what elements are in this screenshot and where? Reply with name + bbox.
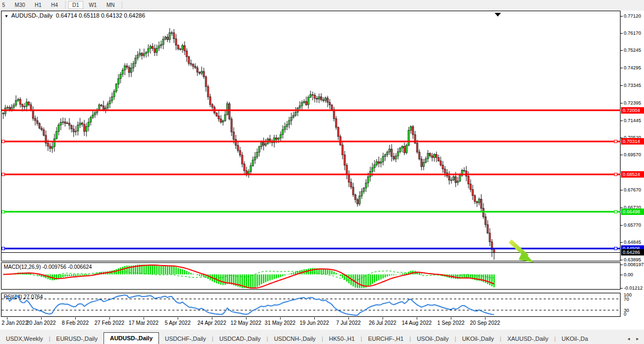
date-axis-tickmark — [348, 317, 349, 319]
tab-usdchf-daily[interactable]: USDCHF-,Daily — [159, 333, 212, 344]
date-axis-tickmark — [314, 317, 315, 319]
rsi-axis-label: 70 — [624, 297, 629, 302]
timeframe-button-5[interactable]: 5 — [1, 1, 10, 9]
chart-symbol-label: AUDUSD-,Daily — [11, 12, 53, 19]
timeframe-button-w1[interactable]: W1 — [84, 1, 101, 9]
price-axis-tick-label: 0.69570 — [624, 152, 641, 157]
date-axis-label[interactable]: 27 Feb 2022 — [94, 320, 124, 326]
timeframe-button-d1[interactable]: D1 — [68, 1, 84, 9]
rsi-pane[interactable] — [1, 293, 621, 317]
price-axis-tick-label: 0.76170 — [624, 30, 641, 36]
tab-ukoil-daily[interactable]: UKOil-,Daily — [456, 333, 500, 344]
date-axis-label[interactable]: 5 Apr 2022 — [165, 320, 190, 326]
level-price-tag: 0.66498 — [621, 209, 644, 215]
tab-usdx-weekly[interactable]: USDX,Weekly — [0, 333, 49, 344]
price-axis-tickmark — [621, 225, 623, 226]
price-axis-tick-label: 0.72395 — [624, 100, 641, 106]
date-axis-tickmark — [41, 317, 42, 319]
timeframe-button-m30[interactable]: M30 — [11, 1, 29, 9]
tab-usdcnh-daily[interactable]: USDCNH-,Daily — [268, 333, 321, 344]
current-bid-price-tag: 0.64286 — [621, 249, 644, 255]
macd-pane[interactable] — [1, 262, 621, 290]
macd-axis-tickmark — [621, 288, 623, 289]
rsi-indicator-label: RSI(14) 27.0764 — [4, 294, 43, 300]
date-axis-tickmark — [212, 317, 212, 319]
date-axis-label[interactable]: 8 Feb 2022 — [62, 320, 89, 326]
tab-eurusd-daily[interactable]: EURUSD-,Daily — [50, 333, 104, 344]
level-price-tag: 0.68524 — [621, 171, 644, 178]
tabs-scroll-right-icon[interactable]: ▸ — [633, 336, 642, 341]
toolbar-separator — [65, 1, 66, 9]
date-axis-tickmark — [383, 317, 383, 319]
date-axis-tickmark — [280, 317, 281, 319]
price-axis-tick-label: 0.67670 — [624, 187, 641, 193]
tab-usdcad-daily[interactable]: USDCAD-,Daily — [213, 333, 267, 344]
toolbar-separator — [122, 1, 122, 9]
timeframe-button-h4[interactable]: H4 — [47, 1, 62, 9]
chart-tab-bar: USDX,Weekly|EURUSD-,DailyAUDUSD-,DailyUS… — [0, 330, 644, 344]
chevron-down-icon[interactable]: ▼ — [4, 14, 9, 19]
price-axis-tick-label: 0.75245 — [624, 47, 641, 53]
price-axis-tick-label: 0.74295 — [624, 65, 641, 70]
date-axis-tickmark — [75, 317, 76, 319]
level-price-tag: 0.72004 — [621, 107, 644, 114]
price-axis-tickmark — [621, 103, 623, 103]
date-axis-tickmark — [485, 317, 486, 319]
timeframe-button-h1[interactable]: H1 — [30, 1, 46, 9]
date-axis-tickmark — [246, 317, 247, 319]
main-chart-pane[interactable] — [1, 11, 621, 261]
date-axis-label[interactable]: 26 Jul 2022 — [369, 320, 396, 326]
price-axis-tickmark — [621, 16, 623, 17]
date-axis-label[interactable]: 14 Aug 2022 — [402, 320, 432, 326]
date-axis-tickmark — [451, 317, 451, 319]
date-axis-tickmark — [417, 317, 417, 319]
date-axis-tickmark — [7, 317, 7, 319]
date-axis-tickmark — [144, 317, 144, 319]
date-axis-label[interactable]: 2 Jan 2022 — [2, 320, 28, 326]
level-price-tag: 0.70314 — [621, 138, 644, 145]
price-axis-tickmark — [621, 260, 623, 260]
price-axis-tickmark — [621, 68, 623, 68]
price-axis-tick-label: 0.71445 — [624, 118, 641, 123]
price-axis-tickmark — [621, 121, 623, 121]
macd-axis-label: 0.008197 — [624, 262, 644, 267]
tabs-scroll-left-icon[interactable]: ◂ — [624, 336, 633, 341]
tab-ukoil-da[interactable]: UKOil-,Da — [556, 333, 594, 344]
price-axis-tick-label: 0.73345 — [624, 83, 641, 88]
macd-indicator-label: MACD(12,26,9) -0.009756 -0.006624 — [4, 264, 92, 270]
macd-axis-label: -0.01212 — [624, 285, 643, 291]
date-axis-label[interactable]: 17 Mar 2022 — [129, 320, 158, 326]
date-axis-label[interactable]: 19 Jun 2022 — [299, 320, 329, 326]
tab-audusd-daily[interactable]: AUDUSD-,Daily — [104, 332, 159, 344]
date-axis-tickmark — [109, 317, 110, 319]
trading-platform-window: 5M30H1H4D1W1MN ▼AUDUSD-,Daily 0.64714 0.… — [0, 0, 644, 344]
timeframe-toolbar: 5M30H1H4D1W1MN — [0, 0, 644, 10]
tab-hk50-h1[interactable]: HK50-,H1 — [323, 333, 360, 344]
macd-axis-label: 0.00 — [624, 272, 633, 277]
tab-usoil-daily[interactable]: USOil-,Daily — [411, 333, 455, 344]
macd-axis-tickmark — [621, 265, 623, 265]
tab-scroll-buttons: ◂▸ — [624, 333, 644, 344]
date-axis-label[interactable]: 31 May 2022 — [265, 320, 296, 326]
price-axis-tickmark — [621, 33, 623, 34]
rsi-axis-label: 0 — [624, 311, 626, 317]
date-axis-label[interactable]: 7 Jul 2022 — [336, 320, 361, 326]
chart-ohlc-values: 0.64714 0.65118 0.64132 0.64286 — [56, 12, 145, 19]
date-axis-label[interactable]: 24 Apr 2022 — [197, 320, 226, 326]
price-axis-tickmark — [621, 190, 623, 190]
date-axis-label[interactable]: 12 May 2022 — [230, 320, 261, 326]
price-axis-tick-label: 0.63895 — [624, 257, 641, 262]
price-axis-tick-label: 0.77120 — [624, 13, 641, 19]
date-axis-label[interactable]: 20 Jan 2022 — [26, 320, 55, 326]
macd-axis-tickmark — [621, 275, 623, 275]
tab-xauusd-daily[interactable]: XAUUSD-,Daily — [502, 333, 554, 344]
date-axis[interactable]: 2 Jan 202220 Jan 20228 Feb 202227 Feb 20… — [0, 317, 644, 330]
price-axis-tick-label: 0.65770 — [624, 222, 641, 228]
price-axis-tickmark — [621, 50, 623, 51]
price-axis-tickmark — [621, 85, 623, 86]
price-axis-tickmark — [621, 155, 623, 155]
date-axis-label[interactable]: 1 Sep 2022 — [437, 320, 464, 326]
timeframe-button-mn[interactable]: MN — [102, 1, 119, 9]
date-axis-label[interactable]: 20 Sep 2022 — [470, 320, 500, 326]
tab-eurchf-h1[interactable]: EURCHF-,H1 — [362, 333, 410, 344]
